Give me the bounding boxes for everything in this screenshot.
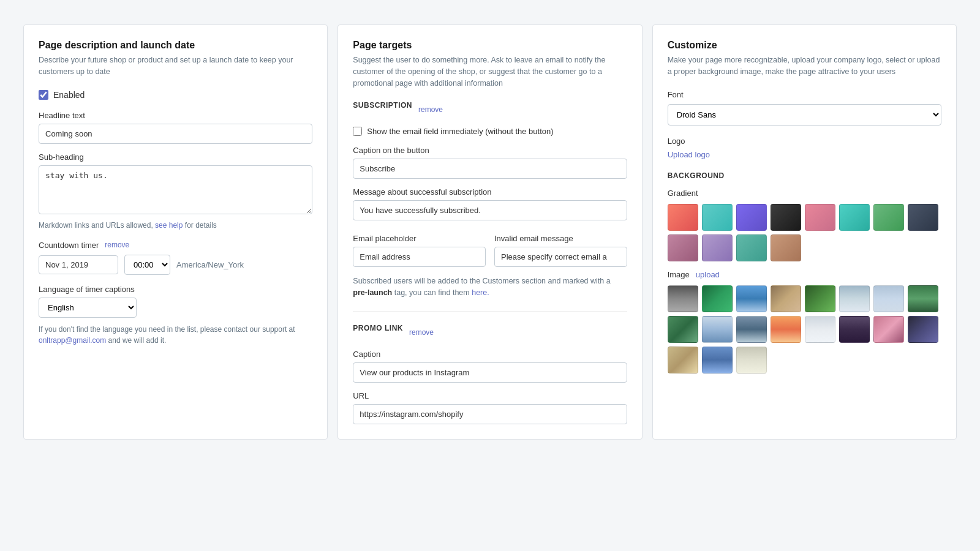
image-swatch-i2[interactable] [702, 285, 733, 312]
enabled-row: Enabled [39, 90, 312, 100]
left-panel-title: Page description and launch date [39, 40, 312, 51]
subscribed-note: Subscribed users will be added to the Cu… [353, 276, 627, 299]
gradient-swatch-g4[interactable] [771, 204, 801, 231]
middle-panel-desc: Suggest the user to do something more. A… [353, 54, 627, 89]
gradient-label: Gradient [668, 189, 941, 198]
image-swatch-i16[interactable] [908, 316, 938, 343]
image-swatch-i12[interactable] [771, 316, 801, 343]
url-label: URL [353, 391, 627, 400]
gradient-swatch-g5[interactable] [805, 204, 835, 231]
email-placeholder-label: Email placeholder [353, 234, 486, 243]
image-swatches [668, 285, 941, 373]
countdown-section: Countdown timer remove [39, 241, 312, 250]
middle-panel: Page targets Suggest the user to do some… [337, 24, 642, 440]
image-label: Image [668, 270, 690, 279]
timezone-label: America/New_York [176, 260, 244, 269]
show-email-checkbox[interactable] [353, 127, 362, 136]
success-label: Message about successful subscription [353, 187, 627, 197]
show-email-row: Show the email field immediately (withou… [353, 127, 627, 136]
image-swatch-i9[interactable] [668, 316, 698, 343]
support-email-link[interactable]: onltrapp@gmail.com [39, 336, 106, 345]
pre-launch-tag: pre-launch [353, 288, 392, 297]
email-fields-row: Email placeholder Invalid email message [353, 225, 627, 267]
gradient-swatch-g11[interactable] [736, 234, 767, 261]
gradient-swatch-g3[interactable] [736, 204, 767, 231]
promo-remove-link[interactable]: remove [409, 328, 434, 337]
subheading-input[interactable]: stay with us. [39, 165, 312, 214]
headline-input[interactable] [39, 124, 312, 144]
image-swatch-i8[interactable] [908, 285, 938, 312]
right-panel: Customize Make your page more recognizab… [652, 24, 957, 440]
enabled-checkbox[interactable] [39, 90, 48, 100]
image-swatch-i4[interactable] [771, 285, 801, 312]
right-panel-header: Customize Make your page more recognizab… [668, 40, 941, 78]
subscription-remove-link[interactable]: remove [418, 105, 443, 114]
caption2-label: Caption [353, 350, 627, 359]
left-panel: Page description and launch date Describ… [23, 24, 328, 440]
time-select[interactable]: 00:00 [124, 255, 170, 275]
gradient-swatch-g12[interactable] [771, 234, 801, 261]
upload-logo-link[interactable]: Upload logo [668, 150, 710, 159]
lang-select[interactable]: English [39, 298, 137, 318]
invalid-email-col: Invalid email message [494, 225, 627, 267]
caption-label: Caption on the button [353, 146, 627, 155]
upload-image-link[interactable]: upload [696, 270, 720, 279]
gradient-swatch-g9[interactable] [668, 234, 698, 261]
image-swatch-i3[interactable] [736, 285, 767, 312]
promo-heading: PROMO LINK [353, 324, 403, 332]
caption2-input[interactable] [353, 362, 627, 383]
image-swatch-i7[interactable] [873, 285, 904, 312]
left-panel-header: Page description and launch date Describ… [39, 40, 312, 78]
image-swatch-i13[interactable] [805, 316, 835, 343]
gradient-swatch-g6[interactable] [839, 204, 870, 231]
image-swatch-i6[interactable] [839, 285, 870, 312]
image-swatch-i18[interactable] [702, 347, 733, 373]
image-label-row: Image upload [668, 270, 941, 279]
gradient-swatch-g7[interactable] [873, 204, 904, 231]
image-swatch-i11[interactable] [736, 316, 767, 343]
right-panel-desc: Make your page more recognizable, upload… [668, 54, 941, 78]
image-swatch-i19[interactable] [736, 347, 767, 373]
see-help-link[interactable]: see help [155, 221, 183, 230]
image-swatch-i10[interactable] [702, 316, 733, 343]
timer-row: 00:00 America/New_York [39, 255, 312, 275]
gradient-swatch-g2[interactable] [702, 204, 733, 231]
email-placeholder-col: Email placeholder [353, 225, 486, 267]
gradient-swatch-g10[interactable] [702, 234, 733, 261]
gradient-swatches [668, 204, 941, 261]
headline-label: Headline text [39, 111, 312, 120]
email-placeholder-input[interactable] [353, 247, 486, 267]
font-label: Font [668, 90, 941, 99]
image-swatch-i17[interactable] [668, 347, 698, 373]
success-input[interactable] [353, 200, 627, 220]
bg-label: BACKGROUND [668, 171, 941, 180]
subscription-heading-row: SUBSCRIPTION remove [353, 101, 627, 118]
show-email-label: Show the email field immediately (withou… [367, 127, 553, 136]
promo-heading-row: PROMO LINK remove [353, 324, 627, 341]
url-input[interactable] [353, 404, 627, 424]
invalid-email-label: Invalid email message [494, 234, 627, 243]
font-select[interactable]: Droid Sans [668, 104, 941, 126]
logo-label: Logo [668, 137, 941, 146]
image-swatch-i5[interactable] [805, 285, 835, 312]
date-input[interactable] [39, 255, 118, 274]
markdown-note: Markdown links and URLs allowed, see hel… [39, 221, 312, 230]
subscription-heading: SUBSCRIPTION [353, 101, 412, 110]
gradient-swatch-g8[interactable] [908, 204, 938, 231]
countdown-remove-link[interactable]: remove [105, 241, 129, 249]
gradient-swatch-g1[interactable] [668, 204, 698, 231]
lang-note: If you don't find the language you need … [39, 324, 312, 346]
caption-input[interactable] [353, 159, 627, 179]
invalid-email-input[interactable] [494, 247, 627, 267]
countdown-label: Countdown timer [39, 241, 99, 250]
subheading-label: Sub-heading [39, 152, 312, 162]
image-swatch-i15[interactable] [873, 316, 904, 343]
image-swatch-i1[interactable] [668, 285, 698, 312]
customers-link[interactable]: here. [472, 288, 489, 297]
enabled-label: Enabled [53, 90, 85, 100]
middle-panel-title: Page targets [353, 40, 627, 51]
middle-panel-header: Page targets Suggest the user to do some… [353, 40, 627, 89]
image-swatch-i14[interactable] [839, 316, 870, 343]
left-panel-desc: Describe your future shop or product and… [39, 54, 312, 78]
right-panel-title: Customize [668, 40, 941, 51]
